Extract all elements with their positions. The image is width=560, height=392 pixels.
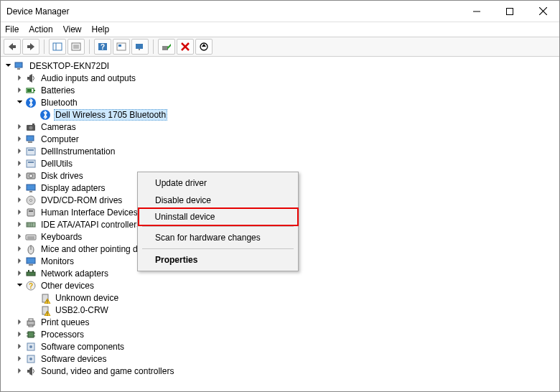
- expand-arrow-icon[interactable]: ⏵: [15, 330, 25, 337]
- tree-category[interactable]: ⏵Cameras: [2, 121, 559, 133]
- tree-category[interactable]: ⏵DellUtils: [2, 157, 559, 169]
- expand-arrow-icon[interactable]: ⏵: [15, 207, 25, 215]
- menu-view[interactable]: View: [63, 24, 82, 34]
- ctx-uninstall-device[interactable]: Uninstall device: [138, 207, 299, 226]
- context-menu: Update driver Disable device Uninstall d…: [137, 172, 299, 271]
- expand-arrow-icon[interactable]: ⏵: [15, 195, 25, 203]
- svg-rect-1: [507, 8, 513, 14]
- tree-category[interactable]: ⏵DellInstrumentation: [2, 145, 559, 157]
- ctx-update-driver[interactable]: Update driver: [139, 174, 297, 192]
- svg-text:?: ?: [29, 282, 33, 290]
- printer-icon: [25, 317, 37, 328]
- expand-arrow-icon[interactable]: ⏵: [15, 256, 25, 264]
- svg-marker-29: [29, 74, 32, 83]
- expand-arrow-icon[interactable]: ⏵: [15, 244, 25, 252]
- close-button[interactable]: [526, 1, 559, 22]
- tree-category[interactable]: ⏵Processors: [2, 328, 559, 340]
- tree-node-label: Audio inputs and outputs: [39, 73, 137, 83]
- expand-arrow-icon[interactable]: ⏵: [15, 134, 25, 142]
- tree-device[interactable]: !USB2.0-CRW: [2, 304, 559, 316]
- ctx-properties[interactable]: Properties: [139, 251, 297, 269]
- toolbar: ?: [1, 37, 559, 57]
- expand-arrow-icon[interactable]: ⏵: [15, 317, 25, 325]
- svg-point-45: [29, 174, 33, 177]
- tree-category[interactable]: ⏷Bluetooth: [2, 96, 559, 108]
- svg-marker-25: [202, 44, 206, 47]
- expand-arrow-icon[interactable]: ⏵: [15, 269, 25, 276]
- svg-rect-39: [28, 141, 32, 143]
- expand-arrow-icon[interactable]: ⏵: [15, 159, 25, 167]
- ctx-disable-device[interactable]: Disable device: [139, 192, 297, 209]
- expand-arrow-icon[interactable]: ⏵: [15, 342, 25, 350]
- tree-category[interactable]: ⏵Audio inputs and outputs: [2, 72, 559, 84]
- expand-arrow-icon[interactable]: ⏵: [15, 122, 25, 130]
- properties-button[interactable]: [67, 39, 85, 55]
- tree-node-label: Human Interface Devices: [39, 207, 139, 218]
- svg-rect-19: [139, 49, 140, 50]
- expand-arrow-icon[interactable]: ⏵: [15, 85, 25, 93]
- other-icon: ?: [25, 280, 37, 291]
- tree-device[interactable]: !Unknown device: [2, 291, 559, 304]
- menu-action[interactable]: Action: [29, 24, 52, 34]
- minimize-button[interactable]: [460, 1, 493, 22]
- help-button[interactable]: ?: [94, 39, 111, 55]
- collapse-arrow-icon[interactable]: ⏷: [15, 281, 25, 289]
- toolbar-separator: [44, 39, 45, 54]
- tree-node-label: DellUtils: [39, 159, 74, 169]
- tree-node-label: DellInstrumentation: [39, 146, 116, 157]
- expand-arrow-icon[interactable]: ⏵: [15, 73, 25, 81]
- enable-device-button[interactable]: [158, 39, 175, 55]
- svg-rect-86: [27, 370, 29, 373]
- generic-icon: [25, 158, 37, 169]
- menu-file[interactable]: File: [5, 24, 19, 34]
- tree-node-label: IDE ATA/ATAPI controllers: [39, 220, 142, 230]
- expand-arrow-icon[interactable]: ⏵: [15, 232, 25, 240]
- scan-hardware-button[interactable]: [131, 39, 149, 55]
- svg-rect-20: [162, 46, 168, 50]
- audio-icon: [25, 365, 37, 377]
- tree-root[interactable]: ⏷DESKTOP-EKN72DI: [2, 60, 559, 72]
- back-button[interactable]: [4, 39, 21, 55]
- warn-icon: !: [39, 304, 51, 316]
- monitor-icon: [25, 256, 37, 267]
- expand-arrow-icon[interactable]: ⏵: [15, 220, 25, 228]
- update-driver-button[interactable]: [195, 39, 213, 55]
- tree-category[interactable]: ⏵Computer: [2, 133, 559, 145]
- maximize-button[interactable]: [493, 1, 526, 22]
- tree-category[interactable]: ⏷?Other devices: [2, 279, 559, 291]
- bluetooth-icon: [39, 109, 51, 121]
- forward-button[interactable]: [22, 39, 39, 55]
- ctx-scan-hardware[interactable]: Scan for hardware changes: [139, 229, 297, 246]
- menu-help[interactable]: Help: [92, 24, 110, 34]
- show-hide-tree-button[interactable]: [49, 39, 66, 55]
- svg-rect-38: [27, 136, 34, 141]
- svg-rect-17: [118, 45, 121, 47]
- action-icon-button[interactable]: [113, 39, 130, 55]
- svg-rect-32: [27, 89, 32, 92]
- expand-arrow-icon[interactable]: ⏵: [15, 183, 25, 191]
- collapse-arrow-icon[interactable]: ⏷: [4, 61, 14, 69]
- svg-rect-46: [27, 185, 35, 190]
- generic-icon: [25, 146, 37, 157]
- svg-rect-40: [27, 148, 35, 155]
- tree-category[interactable]: ⏵Software components: [2, 340, 559, 353]
- expand-arrow-icon[interactable]: ⏵: [15, 366, 25, 374]
- tree-device[interactable]: Dell Wireless 1705 Bluetooth: [2, 108, 559, 121]
- cpu-icon: [25, 329, 37, 340]
- tree-category[interactable]: ⏵Sound, video and game controllers: [2, 365, 559, 377]
- expand-arrow-icon[interactable]: ⏵: [15, 146, 25, 154]
- expand-arrow-icon[interactable]: ⏵: [15, 171, 25, 179]
- collapse-arrow-icon[interactable]: ⏷: [15, 98, 25, 106]
- ctx-separator: [142, 226, 294, 227]
- tree-node-label: Processors: [39, 330, 85, 340]
- pc-icon: [14, 60, 25, 72]
- bluetooth-icon: [25, 97, 37, 108]
- tree-category[interactable]: ⏵Print queues: [2, 316, 559, 328]
- tree-category[interactable]: ⏵Software devices: [2, 353, 559, 365]
- expand-arrow-icon[interactable]: ⏵: [15, 354, 25, 362]
- tree-node-label: Computer: [39, 134, 80, 144]
- uninstall-device-button[interactable]: [177, 39, 194, 55]
- tree-category[interactable]: ⏵Batteries: [2, 84, 559, 96]
- svg-rect-50: [27, 209, 34, 216]
- tree-node-label: Monitors: [39, 256, 75, 266]
